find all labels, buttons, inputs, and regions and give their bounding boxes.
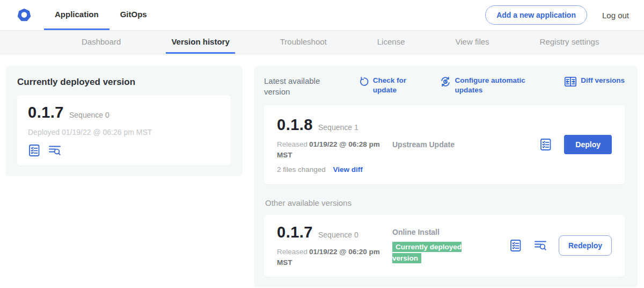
latest-panel-header: Latest available version Check for updat…	[264, 76, 625, 97]
version-card-0-1-8: 0.1.8 Sequence 1 Released01/19/22 @ 06:2…	[264, 105, 625, 184]
configure-automatic-updates-button[interactable]: Configure automatic updates	[440, 76, 535, 95]
view-logs-icon[interactable]	[48, 144, 61, 157]
other-released-timestamp: Released01/19/22 @ 06:20 pm MST	[277, 247, 387, 269]
release-notes-icon[interactable]	[509, 239, 522, 252]
version-source-label: Upstream Update	[392, 140, 539, 149]
current-deployed-timestamp: Deployed 01/19/22 @ 06:26 pm MST	[28, 128, 220, 136]
current-version-sequence: Sequence 0	[69, 111, 109, 119]
subnav-license[interactable]: License	[372, 31, 411, 54]
version-card-0-1-7: 0.1.7 Sequence 0 Released01/19/22 @ 06:2…	[264, 215, 625, 277]
view-diff-link[interactable]: View diff	[333, 165, 363, 174]
other-version-sequence: Sequence 0	[318, 231, 358, 239]
check-for-update-label: Check for update	[373, 76, 412, 95]
other-available-versions-title: Other available versions	[265, 198, 625, 207]
top-header: Application GitOps Add a new application…	[0, 0, 644, 30]
release-notes-icon[interactable]	[28, 144, 41, 157]
files-changed-label: 2 files changed	[277, 165, 326, 174]
subnav-version-history[interactable]: Version history	[166, 31, 235, 54]
view-logs-icon[interactable]	[534, 239, 547, 252]
version-source-label: Online Install	[392, 228, 509, 236]
currently-deployed-badge: Currently deployed version	[392, 242, 462, 263]
primary-nav: Application GitOps	[44, 0, 158, 30]
diff-icon	[564, 76, 577, 87]
app-logo	[17, 0, 31, 30]
refresh-icon	[358, 76, 369, 87]
latest-available-panel: Latest available version Check for updat…	[254, 66, 638, 287]
app-subnav: Dashboard Version history Troubleshoot L…	[0, 30, 644, 54]
latest-version-number: 0.1.8	[277, 116, 313, 134]
subnav-dashboard[interactable]: Dashboard	[76, 31, 126, 54]
current-version-card: 0.1.7 Sequence 0 Deployed 01/19/22 @ 06:…	[17, 95, 231, 165]
currently-deployed-title: Currently deployed version	[17, 77, 231, 88]
subnav-registry-settings[interactable]: Registry settings	[535, 31, 605, 54]
nav-tab-application[interactable]: Application	[44, 0, 109, 30]
redeploy-button[interactable]: Redeploy	[559, 235, 612, 256]
deploy-button[interactable]: Deploy	[564, 135, 612, 154]
kots-logo-icon	[17, 8, 31, 22]
diff-versions-label: Diff versions	[581, 76, 625, 85]
latest-available-title: Latest available version	[264, 76, 330, 97]
diff-versions-button[interactable]: Diff versions	[564, 76, 625, 87]
current-version-number: 0.1.7	[28, 104, 64, 121]
subnav-view-files[interactable]: View files	[450, 31, 494, 54]
release-notes-icon[interactable]	[539, 138, 552, 151]
add-application-button[interactable]: Add a new application	[485, 5, 587, 25]
latest-version-sequence: Sequence 1	[318, 123, 358, 132]
check-for-update-button[interactable]: Check for update	[358, 76, 412, 95]
auto-update-icon	[440, 76, 451, 87]
other-version-number: 0.1.7	[277, 224, 313, 241]
configure-automatic-updates-label: Configure automatic updates	[455, 76, 535, 95]
subnav-troubleshoot[interactable]: Troubleshoot	[275, 31, 332, 54]
latest-released-timestamp: Released01/19/22 @ 06:28 pm MST	[277, 139, 387, 161]
currently-deployed-panel: Currently deployed version 0.1.7 Sequenc…	[5, 66, 243, 176]
version-history-page: Currently deployed version 0.1.7 Sequenc…	[0, 54, 644, 287]
logout-link[interactable]: Log out	[602, 11, 629, 20]
nav-tab-gitops[interactable]: GitOps	[109, 0, 158, 30]
